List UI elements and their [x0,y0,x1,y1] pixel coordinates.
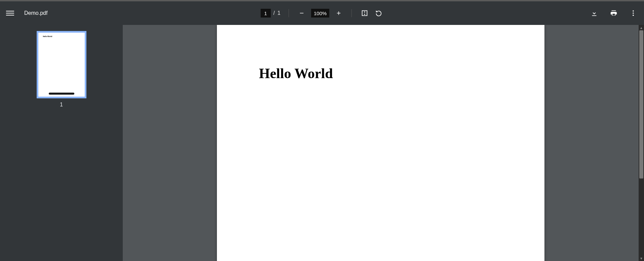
thumbnail-footer-bar [49,93,74,95]
scroll-thumb[interactable] [639,30,643,178]
thumbnail-sidebar: Hello World 1 [0,25,123,261]
print-icon [610,9,617,17]
print-button[interactable] [609,8,618,18]
menu-button[interactable] [6,9,14,17]
page-separator: / [273,10,275,16]
toolbar-divider [351,9,352,17]
zoom-level[interactable]: 100% [311,9,329,18]
document-page: Hello World [217,25,544,261]
more-button[interactable] [629,8,638,18]
toolbar-divider [289,9,289,17]
svg-point-2 [633,15,634,16]
toolbar: Demo.pdf / 1 100% [0,1,644,25]
thumbnail-heading: Hello World [43,35,82,37]
svg-point-0 [633,10,634,12]
more-vert-icon [630,9,637,17]
main-area: Hello World 1 Hello World ▲ ▼ [0,25,644,261]
page-number-input[interactable] [261,9,271,18]
fit-page-button[interactable] [360,8,369,18]
vertical-scrollbar[interactable]: ▲ ▼ [639,25,644,261]
plus-icon [336,10,342,16]
page-total: 1 [277,10,280,16]
thumbnail-page-label: 1 [60,102,63,108]
document-title: Demo.pdf [24,10,47,16]
hamburger-icon [6,11,14,11]
page-heading: Hello World [259,65,502,81]
scroll-up-arrow[interactable]: ▲ [639,25,644,30]
minus-icon [299,10,305,16]
rotate-button[interactable] [374,8,383,18]
zoom-out-button[interactable] [297,8,306,18]
fit-page-icon [361,9,368,17]
download-icon [591,9,598,17]
download-button[interactable] [590,8,599,18]
scroll-down-arrow[interactable]: ▼ [639,256,644,261]
svg-point-1 [633,12,634,14]
rotate-icon [375,9,382,17]
toolbar-center: / 1 100% [261,8,384,18]
page-thumbnail[interactable]: Hello World [37,31,86,98]
zoom-in-button[interactable] [334,8,343,18]
document-viewer[interactable]: Hello World [123,25,639,261]
toolbar-right [590,8,638,18]
toolbar-left: Demo.pdf [6,9,47,17]
page-indicator: / 1 [261,9,280,18]
